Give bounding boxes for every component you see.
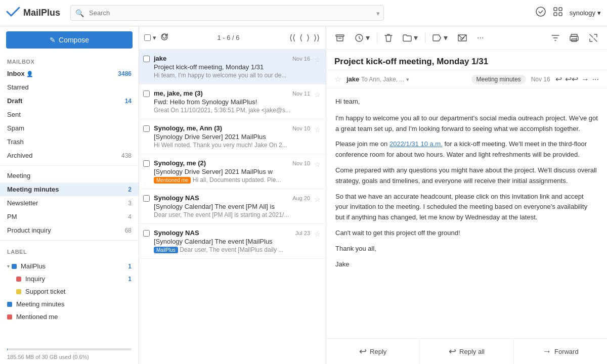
to-expand-icon[interactable]: ▾ bbox=[406, 76, 409, 82]
sidebar-item-sent[interactable]: Sent bbox=[0, 108, 139, 121]
email-subject-header: Project kick-off meeting, Monday 1/31 bbox=[326, 50, 607, 70]
forward-button[interactable]: → Forward bbox=[513, 339, 607, 364]
email-date: Aug 20 bbox=[292, 195, 310, 201]
star-icon[interactable]: ☆ bbox=[314, 230, 321, 238]
sidebar-item-meeting-minutes[interactable]: Meeting minutes 2 bbox=[0, 183, 139, 196]
prev-page-button[interactable]: ⟨ bbox=[298, 33, 304, 42]
compose-label: Compose bbox=[59, 36, 89, 44]
star-icon[interactable]: ☆ bbox=[314, 160, 321, 168]
meta-actions: ↩ ↩↩ → ··· bbox=[555, 74, 599, 84]
reply-icon: ↩ bbox=[359, 346, 367, 357]
folder-dropdown-icon[interactable]: ▾ bbox=[414, 33, 418, 42]
folder-button[interactable]: ▾ bbox=[400, 31, 421, 44]
reply-all-button[interactable]: ↩ Reply all bbox=[419, 339, 513, 364]
reply-bar: ↩ Reply ↩ Reply all → Forward bbox=[326, 338, 607, 364]
reply-button[interactable]: ↩ Reply bbox=[326, 339, 419, 364]
sidebar-item-inbox[interactable]: Inbox 👤 3486 bbox=[0, 67, 139, 80]
print-button[interactable] bbox=[567, 32, 582, 44]
star-icon[interactable]: ☆ bbox=[314, 56, 321, 64]
star-icon[interactable]: ☆ bbox=[314, 195, 321, 203]
refresh-button[interactable] bbox=[160, 33, 168, 43]
svg-rect-2 bbox=[559, 8, 562, 11]
label-button[interactable]: ▾ bbox=[429, 31, 451, 44]
logo: MailPlus bbox=[6, 6, 60, 20]
mailbox-section-label: Mailbox bbox=[0, 54, 139, 67]
archive-button[interactable] bbox=[332, 31, 348, 44]
storage-bar-fill bbox=[7, 348, 8, 350]
more-meta-icon[interactable]: ··· bbox=[592, 75, 599, 84]
label-item-meeting-minutes[interactable]: Meeting minutes bbox=[0, 298, 139, 310]
sidebar-item-archived[interactable]: Archived 438 bbox=[0, 149, 139, 162]
reply-all-icon: ↩ bbox=[449, 346, 456, 357]
expand-button[interactable] bbox=[586, 31, 601, 44]
star-icon[interactable]: ☆ bbox=[314, 125, 321, 133]
forward-label: Forward bbox=[554, 348, 579, 355]
email-checkbox[interactable] bbox=[143, 160, 150, 167]
forward-quick-icon[interactable]: → bbox=[581, 75, 589, 84]
reply-quick-icon[interactable]: ↩ bbox=[555, 74, 562, 84]
sidebar-item-trash[interactable]: Trash bbox=[0, 135, 139, 149]
circle-check-icon[interactable] bbox=[535, 6, 546, 20]
label-item-mailplus[interactable]: ▾ MailPlus 1 bbox=[0, 260, 139, 272]
label-item-mentioned-me[interactable]: Mentioned me bbox=[0, 310, 139, 323]
meeting-link[interactable]: 2022/1/31 10 a.m. bbox=[389, 140, 443, 148]
email-greeting: Hi team, bbox=[335, 97, 598, 107]
search-dropdown-icon[interactable]: ▾ bbox=[376, 9, 380, 17]
label-expand-icon[interactable]: ▾ bbox=[7, 263, 10, 269]
sidebar-item-spam[interactable]: Spam bbox=[0, 121, 139, 135]
svg-rect-4 bbox=[559, 13, 562, 16]
forward-icon: → bbox=[542, 346, 551, 357]
sidebar-item-product-inquiry[interactable]: Product inquiry 68 bbox=[0, 223, 139, 237]
reply-all-quick-icon[interactable]: ↩↩ bbox=[565, 74, 578, 84]
email-item[interactable]: jake Nov 16 Project kick-off meeting, Mo… bbox=[139, 50, 326, 84]
email-checkbox[interactable] bbox=[143, 125, 150, 132]
email-item[interactable]: me, jake, me (3) Nov 11 Fwd: Hello from … bbox=[139, 84, 326, 119]
grid-icon[interactable] bbox=[553, 7, 562, 19]
email-checkbox[interactable] bbox=[143, 230, 150, 237]
reply-all-label: Reply all bbox=[459, 348, 485, 355]
email-sender: Synology, me (2) bbox=[154, 159, 206, 167]
select-all-checkbox[interactable] bbox=[144, 34, 151, 41]
next-page-button[interactable]: ⟩ bbox=[306, 33, 311, 42]
sidebar-item-newsletter[interactable]: Newsletter 3 bbox=[0, 196, 139, 210]
select-dropdown-icon[interactable]: ▾ bbox=[153, 34, 156, 41]
search-input[interactable] bbox=[70, 5, 384, 21]
logo-text: MailPlus bbox=[23, 8, 60, 18]
email-star-icon[interactable]: ☆ bbox=[334, 74, 341, 84]
sidebar-item-meeting[interactable]: Meeting bbox=[0, 169, 139, 183]
header: MailPlus 🔍 ▾ synology ▾ bbox=[0, 0, 607, 26]
email-checkbox[interactable] bbox=[143, 90, 150, 97]
label-dropdown-icon[interactable]: ▾ bbox=[444, 33, 448, 42]
more-options-button[interactable]: ··· bbox=[474, 31, 487, 44]
flag-button[interactable]: ▾ bbox=[352, 31, 373, 44]
email-tag: Mentioned me bbox=[154, 177, 191, 184]
email-sender: Synology, me, Ann (3) bbox=[154, 124, 222, 132]
label-item-inquiry[interactable]: Inquiry 1 bbox=[0, 272, 139, 285]
search-icon: 🔍 bbox=[75, 9, 84, 17]
main-content: ✎ Compose Mailbox Inbox 👤 3486 Starred D… bbox=[0, 26, 607, 364]
filter-button[interactable] bbox=[548, 32, 562, 43]
label-section: ▾ MailPlus 1 Inquiry 1 Support ticket bbox=[0, 257, 139, 326]
sidebar-item-draft[interactable]: Draft 14 bbox=[0, 94, 139, 108]
user-menu[interactable]: synology ▾ bbox=[570, 9, 601, 17]
sidebar-item-pm[interactable]: PM 4 bbox=[0, 210, 139, 223]
mark-read-button[interactable] bbox=[455, 32, 470, 43]
label-item-support-ticket[interactable]: Support ticket bbox=[0, 285, 139, 298]
email-checkbox[interactable] bbox=[143, 195, 150, 202]
email-item[interactable]: Synology NAS Jul 23 [Synology Calendar] … bbox=[139, 224, 326, 259]
compose-button[interactable]: ✎ Compose bbox=[6, 31, 133, 49]
last-page-button[interactable]: ⟩⟩ bbox=[313, 33, 321, 42]
email-tag: MailPlus bbox=[154, 247, 178, 253]
delete-button[interactable] bbox=[381, 31, 396, 44]
email-item[interactable]: Synology, me (2) Nov 10 [Synology Drive … bbox=[139, 154, 326, 189]
star-icon[interactable]: ☆ bbox=[314, 90, 321, 99]
sidebar-item-starred[interactable]: Starred bbox=[0, 80, 139, 94]
email-checkbox[interactable] bbox=[143, 56, 150, 62]
email-sender: me, jake, me (3) bbox=[154, 89, 203, 97]
email-item[interactable]: Synology NAS Aug 20 [Synology Calendar] … bbox=[139, 189, 326, 224]
first-page-button[interactable]: ⟨⟨ bbox=[288, 33, 296, 42]
email-label-tag[interactable]: Meeting minutes bbox=[471, 75, 526, 84]
flag-dropdown-icon[interactable]: ▾ bbox=[366, 33, 370, 42]
email-item[interactable]: Synology, me, Ann (3) Nov 10 [Synology D… bbox=[139, 119, 326, 154]
email-sender: Synology NAS bbox=[154, 194, 199, 202]
